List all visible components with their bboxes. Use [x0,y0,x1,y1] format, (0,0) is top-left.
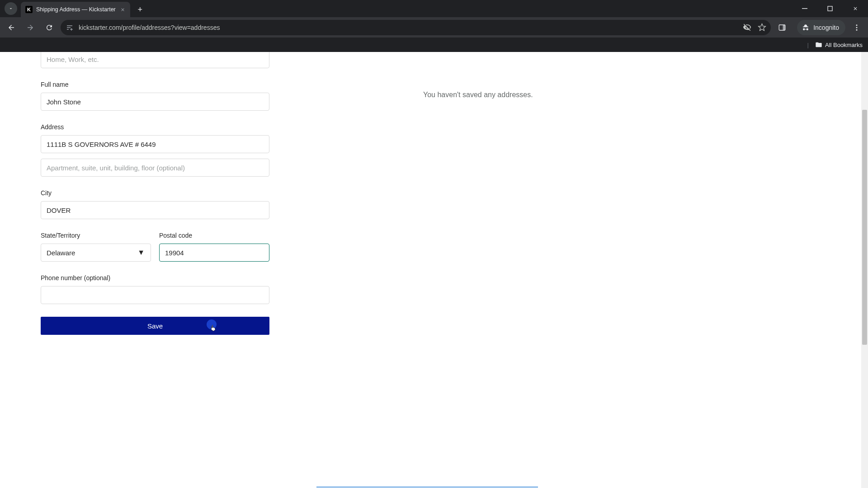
all-bookmarks-button[interactable]: All Bookmarks [815,41,863,48]
incognito-badge[interactable]: Incognito [797,20,845,35]
arrow-left-icon [7,23,15,32]
url-text: kickstarter.com/profile/addresses?view=a… [79,24,220,31]
nav-reload-button[interactable] [42,20,57,35]
nav-forward-button[interactable] [23,20,38,35]
bookmarks-bar: | All Bookmarks [0,38,868,52]
kickstarter-favicon-icon: K [25,6,33,13]
tab-search-button[interactable] [5,2,17,15]
arrow-right-icon [26,23,34,32]
eye-off-icon[interactable] [743,23,751,32]
maximize-icon [827,6,833,11]
fullname-input[interactable] [41,93,269,111]
svg-point-5 [856,27,858,28]
minimize-icon [802,6,807,11]
window-controls [795,0,865,17]
footer-accent-segment [316,486,538,488]
address-form: Full name Address City State/Territory D… [41,52,269,335]
close-icon [853,6,858,11]
address-line1-input[interactable] [41,135,269,153]
incognito-icon [802,23,810,32]
scrollbar-track[interactable] [861,52,868,488]
tab-title: Shipping Address — Kickstarter [36,6,116,13]
postal-label: Postal code [159,232,269,239]
omnibox-right-icons [743,23,766,32]
no-addresses-message: You haven't saved any addresses. [423,91,533,99]
window-close-button[interactable] [845,2,865,15]
incognito-label: Incognito [813,24,839,31]
new-tab-button[interactable]: + [134,3,146,16]
close-icon [120,7,125,12]
svg-rect-0 [802,8,807,9]
chrome-menu-button[interactable] [849,20,864,35]
star-icon[interactable] [758,23,766,32]
tab-close-button[interactable] [119,6,127,13]
page-content: Full name Address City State/Territory D… [0,52,861,488]
address-bar-row: kickstarter.com/profile/addresses?view=a… [0,17,868,38]
state-label: State/Territory [41,232,151,239]
tab-strip: K Shipping Address — Kickstarter + [0,0,868,17]
svg-point-4 [856,24,858,26]
side-panel-button[interactable] [774,20,790,35]
dots-vertical-icon [853,23,861,32]
svg-point-6 [856,29,858,30]
chevron-down-icon [8,6,14,11]
city-input[interactable] [41,201,269,219]
city-label: City [41,189,269,197]
phone-input[interactable] [41,286,269,304]
browser-tab[interactable]: K Shipping Address — Kickstarter [21,2,130,17]
site-settings-icon[interactable] [65,23,74,32]
reload-icon [45,23,53,32]
nickname-input[interactable] [41,52,269,68]
footer-accent [0,486,854,488]
page-viewport: Full name Address City State/Territory D… [0,52,868,488]
save-button-label: Save [147,322,163,330]
all-bookmarks-label: All Bookmarks [825,42,863,48]
state-select[interactable]: Delaware [41,244,151,262]
save-button[interactable]: Save [41,317,269,335]
phone-label: Phone number (optional) [41,274,269,282]
folder-icon [815,41,822,48]
browser-chrome: K Shipping Address — Kickstarter + [0,0,868,52]
address-label: Address [41,123,269,131]
address-line2-input[interactable] [41,159,269,177]
address-bar[interactable]: kickstarter.com/profile/addresses?view=a… [61,20,771,35]
side-panel-icon [778,23,786,32]
window-maximize-button[interactable] [820,2,840,15]
tune-icon [66,24,73,31]
scrollbar-thumb[interactable] [862,110,867,345]
window-minimize-button[interactable] [795,2,815,15]
nav-back-button[interactable] [4,20,19,35]
svg-rect-3 [783,25,785,30]
bookmarks-separator: | [807,42,809,48]
postal-input[interactable] [159,244,269,262]
fullname-label: Full name [41,81,269,88]
svg-rect-1 [828,6,832,11]
